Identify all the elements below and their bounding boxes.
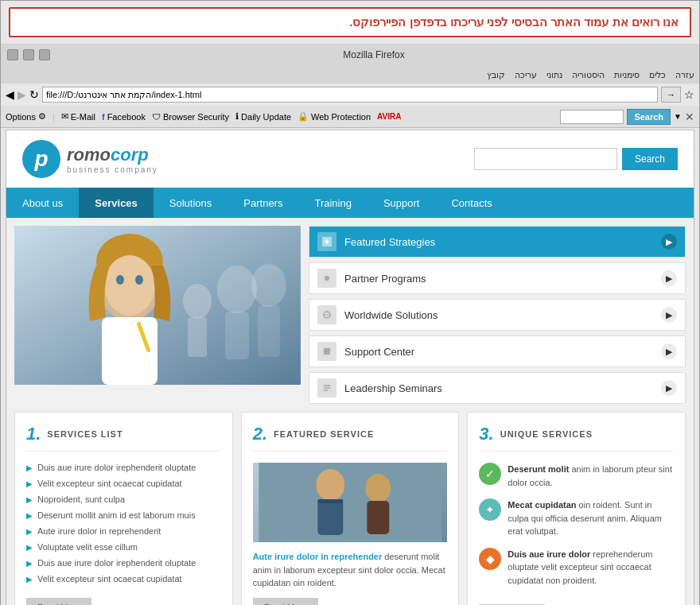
featured-strategies-label: Featured Strategies [344, 236, 653, 248]
unique-icon-1: ✓ [479, 463, 501, 485]
menu-item-worldwide-solutions[interactable]: Worldwide Solutions ▶ [309, 299, 686, 331]
toolbar-search-button[interactable]: Search [627, 109, 671, 125]
browser-security-item[interactable]: 🛡 Browser Security [152, 112, 229, 122]
nav-back-icon[interactable]: ◀ [6, 88, 14, 101]
list-item: ▶ Aute irure dolor in reprehenderit [26, 526, 221, 536]
unique-icon-2: ✦ [479, 498, 501, 521]
nav-refresh-icon[interactable]: ↻ [29, 88, 39, 101]
featured-strategies-icon [317, 232, 336, 251]
col1-number: 1. [26, 424, 41, 444]
col1-read-more[interactable]: Read More [26, 598, 91, 605]
unique-item-3: ◆ Duis aue irure dolor reprehenderum olu… [479, 548, 674, 588]
notification-bar: אנו רואים את עמוד האתר הבסיסי לפני עריכת… [9, 7, 691, 37]
svg-rect-23 [324, 348, 330, 355]
svg-point-8 [116, 275, 124, 285]
update-icon: ℹ [235, 111, 239, 122]
daily-update-label: Daily Update [241, 112, 291, 122]
menu-item-featured-strategies[interactable]: Featured Strategies ▶ [309, 226, 686, 258]
nav-services[interactable]: Services [79, 188, 154, 218]
bookmark-icon[interactable]: ☆ [684, 88, 694, 101]
leadership-seminars-label: Leadership Seminars [344, 382, 653, 394]
col2-read-more[interactable]: Read More [253, 598, 318, 606]
header-search-button[interactable]: Search [622, 148, 678, 170]
list-item: ▶ Deserunt mollit anim id est laborum mu… [26, 510, 221, 520]
featured-service-text: Aute irure dolor in reprehender deserunt… [253, 550, 448, 590]
unique-text-3: Duis aue irure dolor reprehenderum olupt… [508, 548, 674, 588]
urlbar: ◀ ▶ ↻ → ☆ [1, 83, 699, 106]
nav-contacts[interactable]: Contacts [435, 188, 508, 218]
logo: p romocorp business company [22, 140, 158, 178]
support-center-icon [317, 342, 336, 361]
options-icon: ⚙ [38, 111, 46, 122]
main-nav: About us Services Solutions Partners Tra… [6, 188, 694, 218]
menu-history[interactable]: היסטוריה [572, 70, 605, 80]
menu-file[interactable]: קובץ [487, 70, 505, 80]
options-item[interactable]: Options ⚙ [6, 111, 46, 122]
col1-title: SERVICES LIST [47, 429, 122, 439]
toolbar-search-dropdown-icon[interactable]: ▼ [674, 112, 682, 121]
nav-training[interactable]: Training [298, 188, 367, 218]
restore-btn[interactable] [23, 49, 34, 60]
col1-header: 1. SERVICES LIST [26, 424, 221, 452]
menu-edit[interactable]: עריכה [515, 70, 537, 80]
browser-title: Mozilla Firefox [343, 49, 404, 60]
menu-item-support-center[interactable]: Support Center ▶ [309, 335, 686, 367]
nav-about[interactable]: About us [6, 188, 79, 218]
email-label: E-Mail [71, 112, 95, 122]
list-item: ▶ Noproident, sunt culpa [26, 494, 221, 504]
nav-solutions[interactable]: Solutions [154, 188, 228, 218]
main-content: Featured Strategies ▶ Partner Programs ▶ [6, 218, 694, 605]
svg-rect-4 [258, 305, 280, 357]
browser-window: אנו רואים את עמוד האתר הבסיסי לפני עריכת… [0, 0, 700, 605]
web-protection-item[interactable]: 🔒 Web Protection [298, 111, 371, 122]
logo-name: romocorp [67, 145, 158, 165]
url-input[interactable] [42, 87, 658, 103]
menubar: עזרה כלים סימניות היסטוריה נתוני עריכה ק… [1, 66, 699, 83]
svg-point-12 [183, 284, 212, 319]
menu-data[interactable]: נתוני [546, 70, 562, 80]
arrow-icon: ▶ [26, 495, 33, 504]
three-columns: 1. SERVICES LIST ▶ Duis aue irure dolor … [14, 412, 686, 605]
nav-forward-icon[interactable]: ▶ [18, 88, 26, 101]
col3-header: 3. UNIQUE SERVICES [479, 424, 674, 452]
support-center-label: Support Center [344, 346, 653, 358]
menu-item-leadership-seminars[interactable]: Leadership Seminars ▶ [309, 372, 686, 404]
svg-rect-30 [317, 499, 343, 535]
leadership-seminars-icon [317, 378, 336, 398]
arrow-icon: ▶ [26, 543, 33, 552]
services-list-col: 1. SERVICES LIST ▶ Duis aue irure dolor … [14, 412, 233, 605]
featured-service-image [253, 463, 448, 542]
arrow-icon: ▶ [26, 575, 33, 584]
facebook-item[interactable]: f Facebook [102, 112, 146, 122]
svg-point-1 [217, 266, 257, 313]
svg-point-29 [316, 469, 344, 501]
avira-item[interactable]: AVIRA [377, 112, 401, 121]
email-icon: ✉ [61, 111, 68, 122]
email-item[interactable]: ✉ E-Mail [61, 111, 95, 122]
menu-help[interactable]: עזרה [675, 70, 694, 80]
menu-bookmarks[interactable]: סימניות [614, 70, 640, 80]
web-protection-icon: 🔒 [298, 111, 309, 122]
daily-update-item[interactable]: ℹ Daily Update [235, 111, 291, 122]
menu-tools[interactable]: כלים [649, 70, 666, 80]
nav-partners[interactable]: Partners [228, 188, 298, 218]
list-item: ▶ Duis aue irure dolor irephenderit olup… [26, 558, 221, 568]
titlebar: Mozilla Firefox [1, 44, 699, 66]
hero-sidebar: Featured Strategies ▶ Partner Programs ▶ [309, 226, 686, 404]
arrow-icon: ▶ [26, 559, 33, 568]
partner-programs-icon [317, 269, 336, 288]
logo-tagline: business company [67, 165, 158, 174]
go-button[interactable]: → [661, 87, 681, 103]
toolbar-search-input[interactable] [560, 110, 624, 124]
support-center-arrow: ▶ [661, 343, 677, 359]
menu-item-partner-programs[interactable]: Partner Programs ▶ [309, 262, 686, 294]
toolbar-close-icon[interactable]: ✕ [685, 111, 694, 123]
nav-support[interactable]: Support [368, 188, 436, 218]
list-item: ▶ Velit excepteur sint ocaecat cupidatat [26, 479, 221, 488]
close-btn[interactable] [39, 49, 50, 60]
worldwide-solutions-label: Worldwide Solutions [344, 309, 653, 321]
col3-title: UNIQUE SERVICES [500, 429, 593, 439]
header-search-input[interactable] [474, 148, 617, 170]
minimize-btn[interactable] [7, 49, 18, 60]
facebook-icon: f [102, 112, 105, 122]
